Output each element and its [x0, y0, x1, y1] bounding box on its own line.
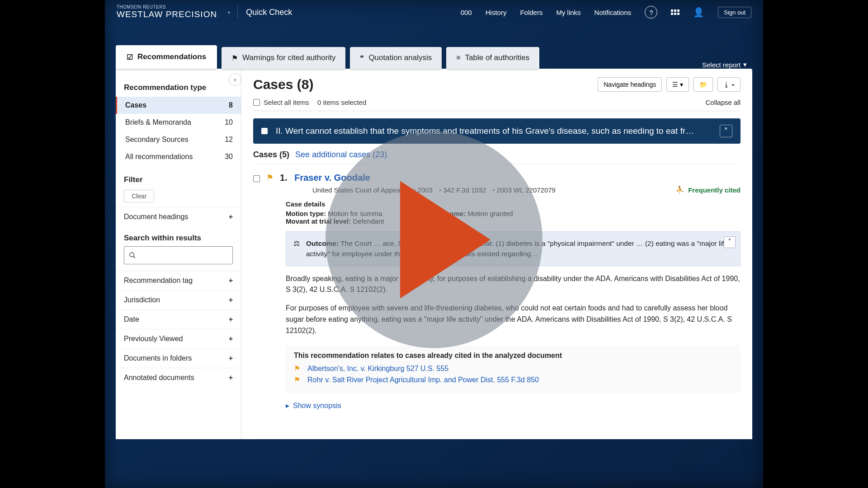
brand-caret-icon[interactable]: ▾ [228, 10, 230, 15]
list-icon: ≡ [456, 54, 460, 62]
select-report-label: Select report [702, 61, 741, 69]
flag-icon: ⚑ [294, 375, 300, 384]
tab-toa[interactable]: ≡ Table of authorities [446, 47, 539, 69]
view-density-button[interactable]: ☰ ▾ [666, 77, 689, 92]
case-date: 2003 [411, 186, 433, 194]
svg-point-0 [130, 253, 134, 257]
gavel-icon: ⚖ [293, 238, 300, 259]
type-list: Cases8 Briefs & Memoranda10 Secondary So… [116, 97, 241, 165]
expand-outcome-button[interactable]: ˅ [724, 236, 736, 248]
plus-icon: + [229, 296, 233, 304]
plus-icon: + [229, 354, 233, 362]
see-additional-cases-link[interactable]: See additional cases (23) [295, 150, 387, 159]
plus-icon: + [229, 335, 233, 343]
tab-label: Table of authorities [465, 53, 530, 62]
case-cite2: 2003 WL 22072079 [491, 186, 556, 194]
document-heading-bar[interactable]: II. Wert cannot establish that the sympt… [253, 118, 741, 144]
tab-label: Warnings for cited authority [242, 53, 335, 62]
type-all[interactable]: All recommendations30 [116, 148, 241, 165]
page-title: Cases (8) [253, 77, 313, 92]
search-within-input[interactable] [124, 246, 233, 264]
tab-warnings[interactable]: ⚑ Warnings for cited authority [222, 47, 345, 69]
frequently-cited-badge: ⛹ Frequently cited [676, 186, 741, 194]
signout-button[interactable]: Sign out [718, 7, 751, 18]
nav-history[interactable]: History [486, 9, 507, 16]
chevron-right-icon: ▸ [286, 401, 289, 410]
nav-mylinks[interactable]: My links [556, 9, 580, 16]
facet-doc-headings[interactable]: Document headings+ [116, 207, 241, 226]
relates-to-section: This recommendation relates to cases alr… [286, 345, 741, 393]
facet-annotated[interactable]: Annotated documents+ [116, 368, 241, 387]
divider [237, 6, 238, 18]
clear-filters-button[interactable]: Clear [124, 190, 154, 202]
flag-icon: ⚑ [294, 364, 300, 373]
facet-date[interactable]: Date+ [116, 310, 241, 329]
app-name[interactable]: Quick Check [246, 8, 292, 17]
outcome-box: ⚖ Outcome: The Court … ace, Senior Circu… [286, 231, 741, 266]
brand-small: THOMSON REUTERS [117, 5, 217, 9]
case-court: United States Court of Appeals, [312, 186, 407, 194]
main-content: Cases (8) Navigate headings ☰ ▾ 📁 ⭳ ▾ Se… [241, 69, 752, 439]
navigate-headings-button[interactable]: Navigate headings [598, 77, 662, 92]
tab-label: Quotation analysis [368, 53, 432, 62]
tab-recommendations[interactable]: ☑ Recommendations [116, 45, 217, 69]
case-paragraph-2: For purposes of employee with severe and… [286, 303, 741, 336]
items-selected: 0 items selected [317, 99, 366, 106]
filter-heading: Filter [116, 165, 241, 188]
plus-icon: + [229, 213, 233, 221]
top-nav: THOMSON REUTERS WESTLAW PRECISION ▾ Quic… [105, 0, 763, 24]
plus-icon: + [229, 315, 233, 324]
related-case-2[interactable]: ⚑Rohr v. Salt River Project Agricultural… [294, 375, 732, 384]
apps-icon[interactable] [671, 9, 679, 15]
plus-icon: + [229, 374, 233, 382]
case-details-label: Case details [286, 200, 326, 208]
profile-icon[interactable]: 👤 [693, 7, 704, 18]
related-case-1[interactable]: ⚑Albertson's, Inc. v. Kirkingburg 527 U.… [294, 364, 732, 373]
nav-folders[interactable]: Folders [520, 9, 542, 16]
case-paragraph-1: Broadly speaking, eating is a major life… [286, 273, 741, 296]
type-cases[interactable]: Cases8 [116, 97, 241, 114]
checklist-icon: ☑ [127, 53, 133, 61]
tab-quotation[interactable]: ❝ Quotation analysis [350, 47, 442, 69]
quote-icon: ❝ [360, 54, 364, 62]
help-icon[interactable]: ? [645, 6, 657, 19]
brand[interactable]: THOMSON REUTERS WESTLAW PRECISION [117, 5, 217, 19]
facet-jurisdiction[interactable]: Jurisdiction+ [116, 290, 241, 310]
nav-notifications[interactable]: Notifications [594, 9, 632, 16]
brand-big: WESTLAW PRECISION [117, 9, 217, 19]
cases-count: Cases (5) [253, 150, 289, 159]
search-within-label: Search within results [124, 234, 233, 243]
chevron-up-icon[interactable]: ˄ [720, 125, 732, 137]
select-all-checkbox[interactable]: Select all items [253, 99, 309, 106]
case-cite1: 342 F.3d 1032 [437, 186, 486, 194]
heading-text: II. Wert cannot establish that the sympt… [276, 126, 712, 136]
sidebar: ‹ Recommendation type Cases8 Briefs & Me… [116, 69, 241, 439]
flag-icon[interactable]: ⚑ [266, 173, 274, 183]
sidebar-heading: Recommendation type [116, 75, 241, 97]
nav-account[interactable]: 000 [461, 9, 472, 16]
search-icon [129, 252, 136, 259]
select-report-dropdown[interactable]: Select report ▾ [702, 61, 752, 69]
show-synopsis-link[interactable]: ▸ Show synopsis [286, 401, 741, 410]
facet-docs-in-folders[interactable]: Documents in folders+ [116, 348, 241, 368]
facet-previously-viewed[interactable]: Previously Viewed+ [116, 329, 241, 348]
collapse-sidebar-button[interactable]: ‹ [229, 73, 241, 86]
type-secondary[interactable]: Secondary Sources12 [116, 131, 241, 148]
case-result: ⚑ 1. Fraser v. Goodale United States Cou… [253, 164, 741, 410]
case-title[interactable]: 1. Fraser v. Goodale [280, 173, 741, 183]
flag-icon: ⚑ [231, 54, 238, 62]
type-briefs[interactable]: Briefs & Memoranda10 [116, 114, 241, 131]
svg-line-1 [133, 256, 135, 258]
heading-checkbox[interactable] [261, 128, 268, 134]
case-checkbox[interactable] [253, 175, 260, 182]
relates-heading: This recommendation relates to cases alr… [294, 352, 732, 360]
facet-tag[interactable]: Recommendation tag+ [116, 271, 241, 290]
tab-strip: ☑ Recommendations ⚑ Warnings for cited a… [116, 45, 752, 69]
download-button[interactable]: ⭳ ▾ [717, 77, 741, 92]
people-icon: ⛹ [676, 186, 684, 194]
folder-button[interactable]: 📁 [693, 77, 713, 92]
plus-icon: + [229, 277, 233, 285]
tab-label: Recommendations [137, 52, 206, 61]
chevron-down-icon: ▾ [743, 61, 747, 69]
collapse-all-link[interactable]: Collapse all [705, 99, 741, 106]
